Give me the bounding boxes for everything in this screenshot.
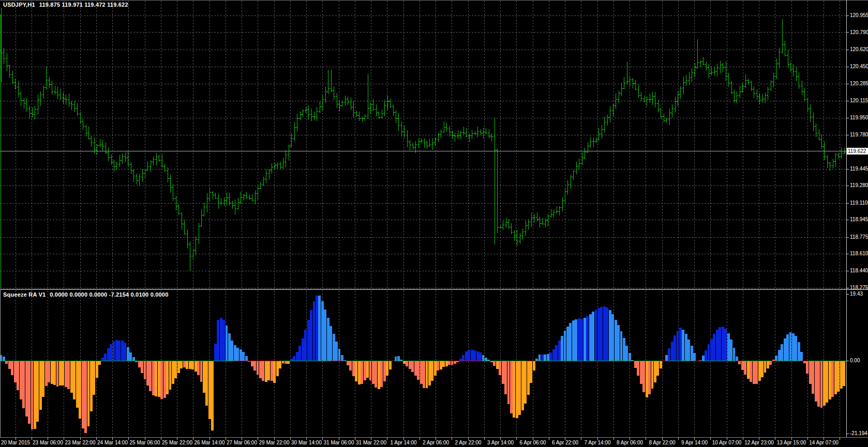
chart-canvas[interactable]	[0, 0, 868, 447]
time-axis-label: 20 Mar 2015	[1, 440, 30, 445]
time-axis-label: 25 Mar 06:00	[130, 440, 160, 445]
time-axis-label: 23 Mar 06:00	[33, 440, 63, 445]
time-axis-label: 6 Apr 22:00	[552, 440, 578, 445]
price-axis-label: 120.790	[850, 29, 868, 35]
price-axis-label: 120.620	[850, 47, 868, 52]
price-axis-label: 119.110	[850, 200, 868, 206]
indicator-axis-label: 0.00	[850, 358, 860, 363]
price-axis-label: 119.445	[850, 166, 868, 172]
time-axis-label: 12 Apr 23:00	[744, 440, 774, 445]
price-axis-label: 120.115	[850, 98, 868, 103]
time-axis-label: 29 Mar 22:00	[259, 440, 290, 445]
time-axis-label: 2 Apr 06:00	[423, 440, 449, 445]
mt4-chart-window: USDJPY,H1119.875 119.971 119.472 119.622…	[0, 0, 868, 447]
indicator-axis-label: -21.194	[850, 430, 867, 436]
price-axis-label: 119.780	[850, 132, 868, 137]
symbol-period-label: USDJPY,H1	[3, 2, 35, 8]
time-axis-label: 6 Apr 06:00	[519, 440, 546, 445]
price-axis[interactable]: 120.955120.790120.620120.450120.285120.1…	[847, 0, 868, 289]
time-axis-label: 27 Mar 06:00	[227, 440, 257, 445]
price-axis-label: 118.945	[850, 217, 868, 222]
indicator-name-label: Squeeze RA V1	[3, 291, 46, 298]
time-axis-label: 9 Apr 14:00	[681, 440, 708, 445]
time-axis-label: 2 Apr 22:00	[455, 440, 481, 445]
time-axis-label: 8 Apr 06:00	[617, 440, 643, 445]
time-axis-label: 13 Apr 15:00	[777, 440, 806, 445]
time-axis-label: 1 Apr 14:00	[390, 440, 416, 445]
time-axis-label: 31 Mar 22:00	[356, 440, 386, 445]
price-axis-label: 119.950	[850, 115, 868, 120]
current-price-tag: 119.622	[847, 148, 868, 155]
price-axis-label: 118.775	[850, 234, 868, 240]
indicator-title: Squeeze RA V10.0000 0.0000 0.0000 -7.215…	[3, 291, 169, 298]
time-axis-label: 7 Apr 14:00	[584, 440, 610, 445]
price-axis-label: 119.280	[850, 182, 868, 188]
price-axis-label: 120.285	[850, 81, 868, 86]
time-axis[interactable]: 20 Mar 201523 Mar 06:0023 Mar 22:0024 Ma…	[0, 438, 868, 447]
indicator-axis-label: 19.43	[850, 291, 863, 297]
time-axis-label: 25 Mar 22:00	[162, 440, 192, 445]
price-axis-label: 118.610	[850, 251, 868, 256]
price-axis-label: 120.450	[850, 64, 868, 69]
time-axis-label: 3 Apr 14:00	[487, 440, 514, 445]
chart-title: USDJPY,H1119.875 119.971 119.472 119.622	[3, 2, 128, 8]
time-axis-label: 14 Apr 07:00	[809, 440, 839, 445]
price-axis-label: 118.440	[850, 268, 868, 273]
indicator-values-readout: 0.0000 0.0000 0.0000 -7.2154 0.0100 0.00…	[50, 291, 168, 298]
time-axis-label: 26 Mar 14:00	[194, 440, 225, 445]
time-axis-label: 23 Mar 22:00	[65, 440, 96, 445]
time-axis-label: 31 Mar 06:00	[324, 440, 354, 445]
ohlc-readout: 119.875 119.971 119.472 119.622	[39, 2, 128, 8]
time-axis-label: 10 Apr 07:00	[712, 440, 742, 445]
price-axis-label: 120.955	[850, 12, 868, 18]
time-axis-label: 8 Apr 22:00	[649, 440, 675, 445]
time-axis-label: 30 Mar 14:00	[291, 440, 322, 445]
indicator-axis[interactable]: 19.430.00-21.194	[847, 290, 868, 437]
time-axis-label: 24 Mar 14:00	[97, 440, 128, 445]
